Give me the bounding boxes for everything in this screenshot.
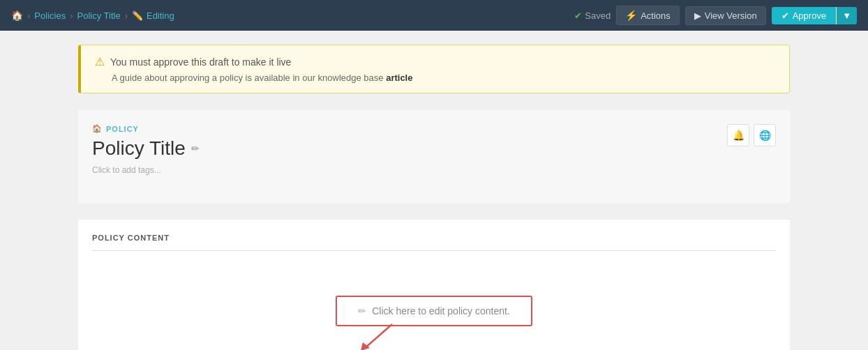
policy-title-row: Policy Title ✏ [92,137,776,160]
breadcrumb: 🏠 › Policies › Policy Title › ✏️ Editing [11,10,174,21]
svg-line-0 [364,324,392,349]
check-icon: ✔ [574,10,582,21]
globe-icon: 🌐 [759,130,771,141]
home-icon[interactable]: 🏠 [11,10,23,21]
approve-button[interactable]: ✔ Approve [772,7,836,24]
content-section-label: POLICY CONTENT [92,234,776,251]
sep3: › [125,10,128,21]
warning-icon: ⚠ [95,55,105,68]
breadcrumb-policies[interactable]: Policies [34,10,66,21]
edit-pencil-icon: ✏ [358,305,366,317]
policy-icon: 🏠 [92,124,103,133]
breadcrumb-editing: ✏️ Editing [132,10,174,21]
edit-content-label: Click here to edit policy content. [372,305,510,317]
bolt-icon: ⚡ [625,10,637,21]
content-section: POLICY CONTENT ✏ Click here to edit poli… [78,220,790,350]
knowledge-base-link[interactable]: article [386,73,412,83]
top-navbar: 🏠 › Policies › Policy Title › ✏️ Editing… [0,0,868,31]
policy-icons-group: 🔔 🌐 [727,124,776,146]
actions-button[interactable]: ⚡ Actions [616,6,680,25]
pencil-icon: ✏️ [132,10,143,21]
edit-content-area: ✏ Click here to edit policy content. [92,268,776,350]
warning-banner: ⚠ You must approve this draft to make it… [78,45,790,93]
view-version-button[interactable]: ▶ View Version [685,6,766,25]
policy-title: Policy Title [92,137,186,160]
breadcrumb-policy-title[interactable]: Policy Title [77,10,120,21]
policy-type-label: 🏠 POLICY [92,124,776,133]
policy-section: 🏠 POLICY Policy Title ✏ Click to add tag… [78,110,790,203]
topbar-actions: ✔ Saved ⚡ Actions ▶ View Version ✔ Appro… [574,6,857,25]
warning-title: ⚠ You must approve this draft to make it… [95,55,775,68]
edit-title-icon[interactable]: ✏ [191,143,200,154]
main-content: ⚠ You must approve this draft to make it… [50,31,818,350]
arrow-svg [350,317,406,350]
svg-marker-1 [361,342,370,350]
approve-dropdown-caret[interactable]: ▼ [836,7,857,24]
tags-placeholder[interactable]: Click to add tags... [92,165,776,175]
bell-button[interactable]: 🔔 [727,124,749,146]
saved-indicator: ✔ Saved [574,10,611,21]
globe-button[interactable]: 🌐 [754,124,776,146]
chevron-right-icon: ▶ [694,10,701,21]
sep1: › [27,10,30,21]
bell-icon: 🔔 [733,130,744,141]
check-approve-icon: ✔ [781,10,789,21]
arrow-annotation [350,317,406,350]
approve-group: ✔ Approve ▼ [772,7,857,24]
warning-body: A guide about approving a policy is avai… [95,73,775,83]
sep2: › [70,10,73,21]
